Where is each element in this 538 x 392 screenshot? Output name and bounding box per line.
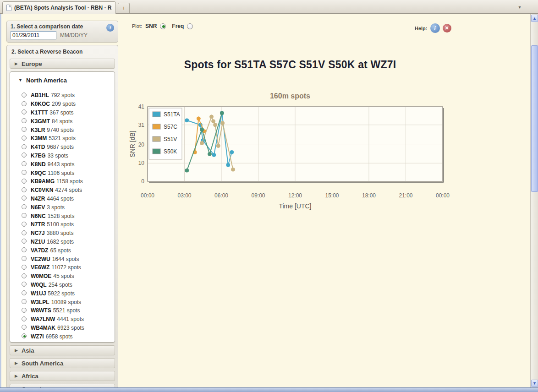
chevron-right-icon: ▶: [15, 61, 18, 66]
data-point[interactable]: [200, 128, 204, 131]
beacon-item-w3lpl[interactable]: W3LPL10089 spots: [10, 297, 115, 306]
data-point[interactable]: [221, 121, 225, 125]
radio-icon[interactable]: [22, 282, 27, 287]
data-point[interactable]: [185, 119, 189, 122]
beacon-item-k3mm[interactable]: K3MM5321 spots: [10, 134, 115, 142]
scroll-up-icon[interactable]: ▲: [531, 15, 538, 22]
beacon-item-ab1hl[interactable]: AB1HL792 spots: [10, 91, 115, 99]
data-point[interactable]: [185, 169, 189, 172]
data-point[interactable]: [212, 153, 216, 157]
region-header-south-america[interactable]: ▶South America: [10, 358, 115, 368]
scroll-down-icon[interactable]: ▼: [531, 380, 538, 387]
beacon-item-w8wts[interactable]: W8WTS5521 spots: [10, 306, 115, 315]
region-header-europe[interactable]: ▶Europe: [10, 59, 115, 69]
radio-icon[interactable]: [22, 204, 27, 209]
radio-icon[interactable]: [22, 152, 27, 158]
region-header-asia[interactable]: ▶Asia: [10, 345, 115, 355]
data-point[interactable]: [210, 115, 214, 119]
data-point[interactable]: [212, 120, 215, 123]
radio-icon[interactable]: [22, 179, 27, 184]
beacon-item-k7eg[interactable]: K7EG33 spots: [10, 151, 115, 160]
radio-icon[interactable]: [22, 308, 27, 313]
data-point[interactable]: [231, 168, 235, 171]
beacon-item-k0koc[interactable]: K0KOC209 spots: [10, 99, 115, 108]
beacon-item-n4zr[interactable]: N4ZR4464 spots: [10, 194, 115, 203]
new-tab-button[interactable]: +: [118, 3, 130, 13]
beacon-item-k8nd[interactable]: K8ND9443 spots: [10, 159, 115, 168]
beacon-item-kb9amg[interactable]: KB9AMG1158 spots: [10, 177, 115, 185]
radio-icon[interactable]: [22, 127, 27, 132]
beacon-item-k1ttt[interactable]: K1TTT367 spots: [10, 108, 115, 117]
plot-option-freq-radio[interactable]: [187, 23, 193, 29]
radio-icon[interactable]: [22, 136, 27, 141]
radio-icon[interactable]: [22, 187, 27, 192]
data-point[interactable]: [226, 163, 230, 167]
beacon-item-va7dz[interactable]: VA7DZ65 spots: [10, 245, 115, 254]
beacon-item-n6nc[interactable]: N6NC1528 spots: [10, 211, 115, 220]
data-point[interactable]: [220, 111, 224, 115]
data-point[interactable]: [200, 142, 204, 145]
beacon-item-n6ev[interactable]: N6EV3 spots: [10, 202, 115, 211]
radio-icon[interactable]: [22, 333, 27, 338]
data-point[interactable]: [216, 144, 220, 147]
list-all-tabs-icon[interactable]: ▾: [515, 4, 524, 11]
help-info-icon[interactable]: i: [430, 23, 440, 33]
radio-icon[interactable]: [22, 161, 27, 166]
beacon-item-ve2wu[interactable]: VE2WU1644 spots: [10, 254, 115, 263]
region-header-africa[interactable]: ▶Africa: [10, 371, 115, 381]
beacon-item-nc7j[interactable]: NC7J3880 spots: [10, 229, 115, 237]
beacon-item-w0moe[interactable]: W0MOE45 spots: [10, 272, 115, 280]
radio-icon[interactable]: [22, 299, 27, 304]
chevron-right-icon: ▶: [15, 374, 18, 378]
radio-icon[interactable]: [22, 325, 27, 330]
beacon-item-wz7i[interactable]: WZ7I6958 spots: [10, 332, 115, 340]
beacon-item-n7tr[interactable]: N7TR5100 spots: [10, 220, 115, 229]
radio-icon[interactable]: [22, 222, 27, 227]
radio-icon[interactable]: [22, 239, 27, 244]
data-point[interactable]: [214, 123, 217, 127]
y-tick-label: 10: [138, 160, 145, 166]
radio-icon[interactable]: [22, 316, 27, 321]
radio-icon[interactable]: [22, 109, 27, 114]
beacon-item-k9qc[interactable]: K9QC1106 spots: [10, 168, 115, 177]
beacon-item-wa7lnw[interactable]: WA7LNW4441 spots: [10, 315, 115, 323]
page-icon: [6, 5, 11, 11]
close-icon[interactable]: ✕: [443, 24, 451, 33]
plot-option-snr-radio[interactable]: [160, 23, 166, 29]
beacon-item-kc0vkn[interactable]: KC0VKN4274 spots: [10, 185, 115, 194]
radio-icon[interactable]: [22, 290, 27, 295]
radio-icon[interactable]: [22, 93, 27, 98]
radio-icon[interactable]: [22, 144, 27, 149]
data-point[interactable]: [230, 150, 234, 154]
help-control: Help: i ✕: [415, 23, 451, 33]
radio-icon[interactable]: [22, 273, 27, 278]
radio-icon[interactable]: [22, 170, 27, 175]
radio-icon[interactable]: [22, 196, 27, 201]
beacon-item-w1uj[interactable]: W1UJ5922 spots: [10, 289, 115, 297]
beacon-item-k3lr[interactable]: K3LR9740 spots: [10, 125, 115, 134]
radio-icon[interactable]: [22, 118, 27, 123]
data-point[interactable]: [208, 152, 212, 156]
radio-icon[interactable]: [22, 101, 27, 106]
date-info-icon[interactable]: i: [106, 24, 114, 32]
beacon-item-wb4mak[interactable]: WB4MAK6923 spots: [10, 323, 115, 332]
region-label: Asia: [22, 347, 34, 354]
radio-icon[interactable]: [22, 247, 27, 252]
browser-tab[interactable]: (BETA) Spots Analysis Tool - RBN - R...: [2, 1, 116, 14]
radio-icon[interactable]: [22, 213, 27, 218]
region-header-north-america[interactable]: ▼North America: [10, 75, 115, 85]
beacon-item-w0ql[interactable]: W0QL254 spots: [10, 280, 115, 289]
comparison-date-input[interactable]: [11, 31, 56, 39]
beacon-item-k4td[interactable]: K4TD9687 spots: [10, 142, 115, 151]
vertical-scrollbar[interactable]: ▲ ▼: [530, 14, 538, 387]
beacon-item-ve6wz[interactable]: VE6WZ11072 spots: [10, 263, 115, 272]
beacon-item-k3gmt[interactable]: K3GMT84 spots: [10, 116, 115, 125]
scrollbar-thumb[interactable]: [531, 45, 538, 192]
chart-title: 160m spots: [128, 92, 452, 100]
radio-icon[interactable]: [22, 256, 27, 261]
beacon-label: K3MM5321 spots: [31, 134, 76, 142]
radio-icon[interactable]: [22, 265, 27, 270]
radio-icon[interactable]: [22, 230, 27, 235]
data-point[interactable]: [197, 117, 200, 120]
beacon-item-nz1u[interactable]: NZ1U1682 spots: [10, 237, 115, 246]
